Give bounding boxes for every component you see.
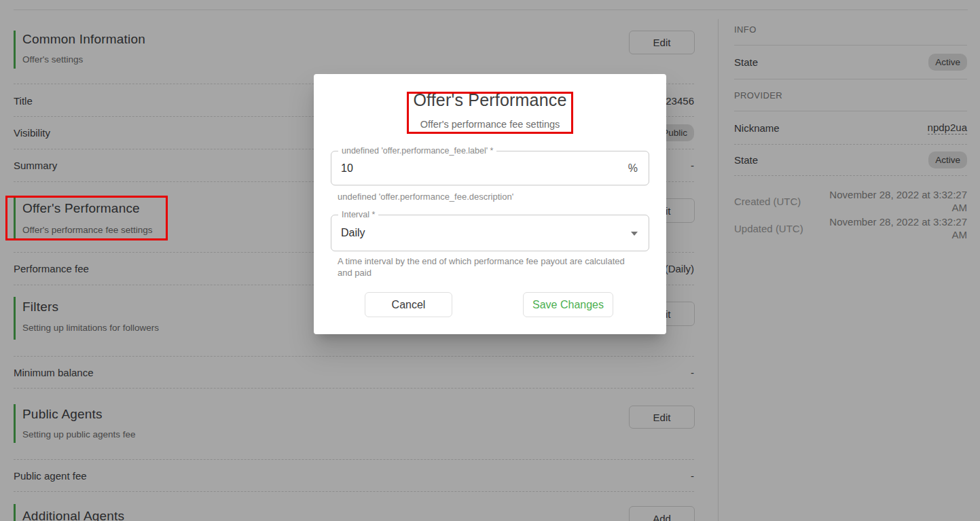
interval-selected-value: Daily [341,227,365,239]
interval-select-field[interactable]: Interval * Daily [331,215,649,251]
dialog-title: Offer's Performance [314,90,666,110]
cancel-button[interactable]: Cancel [365,292,452,317]
offers-performance-dialog: Offer's Performance Offer's performance … [314,74,666,334]
interval-helper-text: A time interval by the end of which perf… [338,255,630,279]
performance-fee-field: undefined 'offer.performance_fee.label' … [331,151,649,185]
percent-suffix: % [628,162,638,175]
performance-fee-input[interactable] [341,151,599,185]
performance-fee-helper-text: undefined 'offer.performance_fee.descrip… [338,191,513,202]
save-changes-button[interactable]: Save Changes [523,292,613,317]
dialog-subtitle: Offer's performance fee settings [314,119,666,130]
interval-field-label: Interval * [338,210,378,219]
caret-down-icon [631,232,638,236]
